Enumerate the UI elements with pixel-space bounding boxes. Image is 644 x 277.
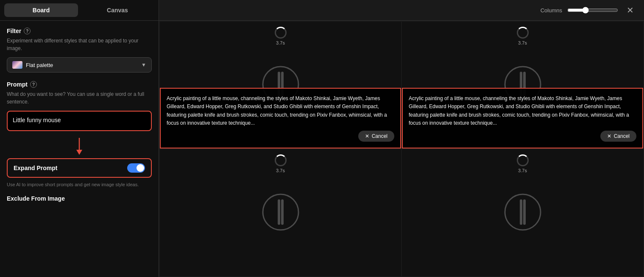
columns-slider[interactable] — [567, 7, 618, 14]
top-bar: Columns ✕ — [159, 0, 644, 21]
tab-canvas[interactable]: Canvas — [81, 3, 154, 17]
svg-rect-12 — [520, 199, 522, 225]
cancel-button-top-left[interactable]: ✕ Cancel — [358, 131, 394, 142]
arrow-annotation-area — [7, 136, 152, 157]
svg-point-8 — [263, 194, 298, 230]
cancel-label-top-right: Cancel — [614, 133, 630, 139]
filter-section-title: Filter ? — [7, 28, 152, 34]
cancel-icon-top-right: ✕ — [607, 133, 611, 139]
expand-prompt-label: Expand Prompt — [14, 165, 57, 171]
image-cell-bottom-left: 3.7s — [160, 149, 401, 276]
svg-rect-9 — [278, 199, 280, 225]
main-content: Columns ✕ 3.7s Acrylic painting of a lit… — [159, 0, 644, 277]
filter-label: Filter — [7, 28, 21, 34]
filter-preview-image — [12, 61, 22, 69]
arrow-down-icon — [75, 138, 84, 155]
svg-marker-1 — [76, 150, 82, 155]
cancel-icon-top-left: ✕ — [365, 133, 369, 139]
time-label-bottom-right: 3.7s — [518, 168, 527, 173]
close-button[interactable]: ✕ — [623, 3, 637, 17]
expand-prompt-description: Use AI to improve short prompts and get … — [7, 181, 152, 188]
expand-prompt-row: Expand Prompt — [7, 158, 152, 178]
sidebar: Board Canvas Filter ? Experiment with di… — [0, 0, 159, 277]
svg-rect-10 — [281, 199, 284, 225]
filter-description: Experiment with different styles that ca… — [7, 37, 152, 52]
image-grid: 3.7s Acrylic painting of a little mouse,… — [159, 21, 644, 277]
expand-prompt-toggle[interactable] — [127, 163, 145, 173]
spinner-top-left — [275, 27, 287, 39]
chevron-down-icon: ▼ — [141, 62, 146, 68]
expanded-prompt-text-top-left: Acrylic painting of a little mouse, chan… — [167, 95, 394, 127]
spinner-bottom-left — [275, 154, 287, 166]
prompt-overlay-top-left: Acrylic painting of a little mouse, chan… — [160, 88, 401, 148]
filter-help-icon[interactable]: ? — [24, 28, 31, 34]
image-cell-bottom-right: 3.7s — [402, 149, 643, 276]
cancel-button-top-right[interactable]: ✕ Cancel — [600, 131, 636, 142]
prompt-label: Prompt — [7, 81, 28, 88]
prompt-section-title: Prompt ? — [7, 81, 152, 88]
prompt-overlay-top-right: Acrylic painting of a little mouse, chan… — [402, 88, 643, 148]
overlay-footer-top-left: ✕ Cancel — [167, 131, 394, 142]
logo-icon-bottom-left — [259, 191, 302, 235]
tab-board[interactable]: Board — [4, 3, 78, 17]
svg-rect-13 — [523, 199, 526, 225]
expanded-prompt-text-top-right: Acrylic painting of a little mouse, chan… — [409, 95, 636, 127]
exclude-from-image-label: Exclude From Image — [7, 195, 152, 202]
spinner-top-right — [517, 27, 529, 39]
filter-selected-label: Flat palette — [26, 62, 138, 68]
svg-point-11 — [505, 194, 541, 230]
logo-icon-bottom-right — [502, 191, 544, 235]
image-cell-top-right: 3.7s Acrylic painting of a little mouse,… — [402, 22, 643, 148]
prompt-input[interactable]: Little funny mouse — [7, 111, 152, 131]
prompt-description: What do you want to see? You can use a s… — [7, 90, 152, 106]
time-label-bottom-left: 3.7s — [276, 168, 285, 173]
tab-bar: Board Canvas — [0, 0, 159, 21]
columns-label: Columns — [541, 7, 562, 14]
prompt-help-icon[interactable]: ? — [30, 81, 37, 88]
sidebar-content: Filter ? Experiment with different style… — [0, 21, 159, 277]
overlay-footer-top-right: ✕ Cancel — [409, 131, 636, 142]
image-cell-top-left: 3.7s Acrylic painting of a little mouse,… — [160, 22, 401, 148]
time-label-top-right: 3.7s — [518, 40, 527, 45]
cancel-label-top-left: Cancel — [372, 133, 388, 139]
time-label-top-left: 3.7s — [276, 40, 285, 45]
filter-dropdown[interactable]: Flat palette ▼ — [7, 57, 152, 73]
spinner-bottom-right — [517, 154, 529, 166]
